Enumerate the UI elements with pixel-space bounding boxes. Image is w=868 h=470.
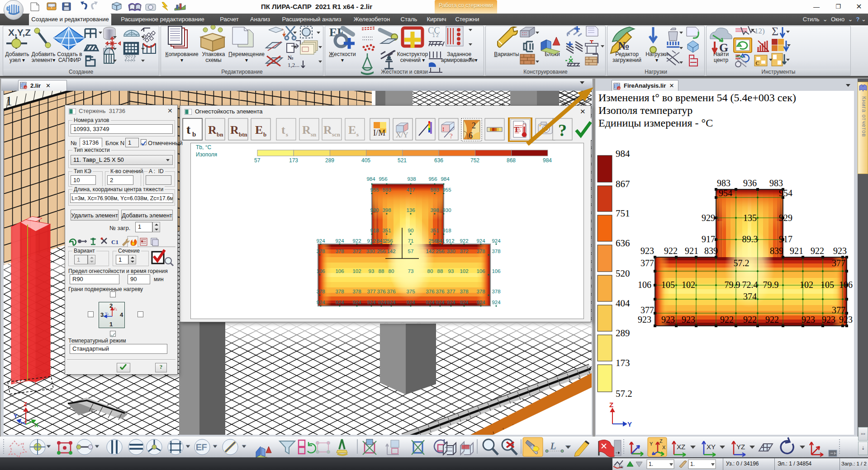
svg-text:921: 921 [790, 246, 803, 256]
svg-text:s: s [356, 131, 359, 138]
svg-text:№: № [618, 39, 630, 52]
svg-text:924: 924 [446, 300, 455, 305]
svg-text:Y: Y [14, 413, 18, 419]
svg-text:EF: EF [196, 442, 207, 452]
svg-text:377: 377 [446, 289, 455, 294]
svg-text:G: G [719, 41, 728, 54]
svg-text:924: 924 [476, 238, 485, 244]
svg-text:142: 142 [426, 249, 434, 254]
svg-text:Z: Z [609, 401, 613, 409]
svg-text:72.4: 72.4 [742, 280, 758, 290]
svg-text:1.: 1. [690, 461, 695, 467]
svg-text:374: 374 [743, 291, 757, 301]
svg-text:73: 73 [408, 268, 414, 274]
svg-text:106: 106 [839, 280, 853, 290]
svg-text:b: b [192, 131, 196, 138]
svg-text:?: ? [450, 132, 453, 140]
svg-text:922: 922 [664, 246, 678, 256]
svg-text:102: 102 [352, 268, 361, 274]
svg-text:256: 256 [436, 249, 444, 254]
svg-text:912: 912 [367, 238, 375, 244]
svg-text:955: 955 [442, 187, 451, 193]
svg-text:841: 841 [436, 238, 445, 244]
svg-text:102: 102 [460, 268, 468, 274]
svg-text:1 2: 1 2 [432, 33, 439, 38]
svg-text:XZ: XZ [677, 443, 685, 451]
svg-text:417: 417 [406, 187, 415, 193]
svg-text:2: 2 [472, 121, 476, 130]
svg-text:89.3: 89.3 [742, 234, 758, 244]
svg-text:377: 377 [832, 305, 845, 315]
svg-text:351: 351 [430, 228, 439, 233]
svg-text:X/Y: X/Y [396, 131, 408, 139]
svg-text:372: 372 [460, 249, 468, 254]
svg-text:106: 106 [335, 268, 344, 274]
svg-text:378: 378 [476, 249, 485, 254]
svg-text:57.2: 57.2 [616, 388, 632, 399]
svg-text:378: 378 [316, 289, 325, 294]
svg-text:936: 936 [743, 178, 757, 188]
svg-text:839: 839 [704, 246, 718, 256]
svg-text:922: 922 [765, 315, 779, 324]
svg-text:954: 954 [779, 188, 792, 198]
svg-text:№: № [619, 465, 623, 469]
svg-text:330: 330 [366, 249, 375, 254]
svg-text:378: 378 [335, 249, 344, 254]
svg-text:923: 923 [638, 315, 651, 324]
svg-text:s: s [286, 131, 288, 138]
svg-text:378: 378 [316, 249, 325, 254]
svg-text:378: 378 [492, 249, 500, 254]
svg-text:88: 88 [379, 268, 384, 274]
svg-text:142: 142 [387, 249, 395, 254]
svg-text:929: 929 [779, 213, 792, 223]
svg-text:921: 921 [685, 246, 698, 256]
svg-text:1.: 1. [649, 461, 653, 467]
svg-text:378: 378 [476, 289, 485, 294]
svg-text:90: 90 [408, 228, 414, 233]
svg-text:984: 984 [441, 176, 450, 182]
svg-text:929: 929 [702, 213, 715, 223]
svg-text:6: 6 [469, 131, 473, 140]
svg-text:924: 924 [426, 300, 435, 305]
svg-text:378: 378 [335, 289, 344, 294]
svg-text:376: 376 [387, 289, 395, 294]
svg-text:21: 21 [24, 86, 28, 89]
svg-text:922: 922 [811, 246, 824, 256]
svg-text:Y: Y [627, 420, 632, 428]
svg-text:924: 924 [387, 300, 396, 305]
svg-text:377: 377 [832, 258, 845, 268]
svg-text:922: 922 [460, 238, 468, 244]
svg-text:375: 375 [406, 289, 415, 294]
svg-text:E: E [255, 123, 263, 136]
svg-text:376: 376 [377, 289, 385, 294]
svg-text:136: 136 [406, 207, 415, 213]
svg-text:X: X [34, 422, 38, 428]
svg-text:102: 102 [800, 280, 813, 290]
svg-text:12): 12) [754, 27, 765, 35]
svg-text:bn: bn [217, 131, 223, 138]
svg-text:93: 93 [448, 268, 454, 274]
svg-text:922: 922 [352, 238, 361, 244]
svg-text:№: № [288, 54, 294, 61]
svg-text:X,Y,Z: X,Y,Z [8, 27, 31, 38]
svg-text:918: 918 [442, 228, 451, 233]
svg-text:924: 924 [460, 300, 469, 305]
svg-text:983: 983 [717, 178, 730, 188]
svg-text:398: 398 [382, 207, 391, 213]
svg-text:T: T [514, 125, 519, 134]
svg-text:106: 106 [476, 268, 485, 274]
svg-text:173: 173 [616, 357, 630, 368]
svg-text:923: 923 [839, 315, 853, 324]
svg-text:956: 956 [428, 176, 437, 182]
svg-text:71: 71 [408, 238, 414, 244]
svg-text:btn: btn [239, 131, 248, 138]
svg-text:E: E [348, 123, 356, 136]
svg-text:636: 636 [616, 238, 630, 249]
svg-text:377: 377 [367, 289, 375, 294]
svg-text:79.9: 79.9 [725, 280, 740, 290]
svg-text:923: 923 [640, 246, 654, 256]
svg-text:938: 938 [407, 176, 416, 182]
svg-text:924: 924 [378, 300, 387, 305]
svg-text:924: 924 [335, 300, 344, 305]
svg-text:917: 917 [779, 234, 792, 244]
